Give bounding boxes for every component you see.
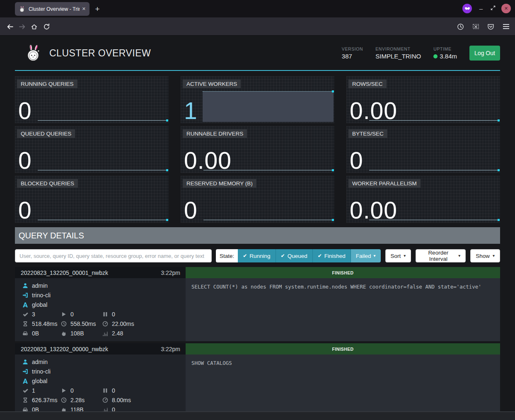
- tab-close-button[interactable]: ✕: [82, 6, 86, 12]
- cumulative-memory: 2.48: [112, 330, 123, 337]
- card-value: 0: [18, 198, 32, 223]
- hourglass-icon: [22, 321, 28, 327]
- browser-toolbar: https://localhost:8443/ui/ − 100% +: [0, 17, 515, 36]
- query-time: 3:22pm: [161, 346, 180, 352]
- card-rows-per-sec: ROWS/SEC 0.00: [346, 76, 500, 123]
- query-resource-group: global: [32, 378, 47, 384]
- reorder-interval-dropdown[interactable]: Reorder Interval ▾: [416, 249, 466, 262]
- current-memory: 0B: [32, 330, 39, 337]
- card-label: BLOCKED QUERIES: [17, 179, 78, 188]
- environment-block: ENVIRONMENT SIMPLE_TRINO: [375, 46, 421, 60]
- card-bytes-per-sec: BYTES/SEC 0: [346, 126, 500, 173]
- state-filter-group: State: ✔ Running ✔ Queued ✔ Finished Fa: [216, 249, 381, 262]
- close-icon: ✕: [504, 6, 508, 11]
- hdd-icon: [22, 330, 28, 336]
- history-button[interactable]: [456, 22, 464, 31]
- menu-button[interactable]: [502, 22, 510, 31]
- version-label: VERSION: [342, 46, 363, 51]
- sort-dropdown[interactable]: Sort ▾: [385, 249, 411, 262]
- query-sql-text: SHOW CATALOGS: [191, 360, 232, 366]
- gauge-icon: [102, 397, 108, 403]
- check-icon: ✔: [281, 253, 285, 259]
- wall-time: 518.48ms: [32, 320, 57, 327]
- gauge-icon: [102, 321, 108, 327]
- query-sql-text: SELECT COUNT(*) as nodes FROM system.run…: [191, 284, 481, 290]
- forward-button[interactable]: [18, 22, 26, 31]
- cpu-time: 8.00ms: [112, 397, 131, 403]
- query-id-link[interactable]: 20220823_132202_00000_nwbzk: [21, 346, 108, 352]
- cpu-time: 22.00ms: [112, 320, 134, 327]
- uptime-label: UPTIME: [433, 46, 457, 51]
- window-controls: – ✕: [462, 4, 511, 13]
- card-label: QUEUED QUERIES: [17, 129, 75, 138]
- query-time: 3:22pm: [161, 269, 180, 276]
- query-search-input[interactable]: [15, 249, 212, 262]
- app-header: CLUSTER OVERVIEW VERSION 387 ENVIRONMENT…: [15, 36, 500, 71]
- pocket-button[interactable]: [486, 22, 495, 31]
- environment-value: SIMPLE_TRINO: [375, 53, 421, 60]
- query-details-title: QUERY DETAILS: [15, 227, 500, 244]
- completed-splits: 3: [32, 311, 35, 318]
- card-label: ACTIVE WORKERS: [183, 80, 241, 88]
- chevron-down-icon: ▾: [404, 254, 406, 258]
- chevron-down-icon: ▾: [458, 254, 460, 258]
- home-button[interactable]: [30, 22, 38, 31]
- source-icon: [22, 369, 28, 374]
- environment-label: ENVIRONMENT: [375, 46, 421, 51]
- query-meta-panel: admin trino-cli global 1 0 0 626.37ms 2.…: [15, 354, 186, 418]
- uptime-block: UPTIME 3.84m: [433, 46, 457, 60]
- back-button[interactable]: [6, 22, 14, 31]
- running-splits: 0: [70, 387, 74, 394]
- card-worker-parallelism: WORKER PARALLELISM 0.00: [346, 176, 500, 223]
- screenshot-button[interactable]: [471, 22, 480, 31]
- card-value: 0: [350, 148, 363, 173]
- play-icon: [61, 311, 67, 317]
- card-value: 0.00: [184, 148, 232, 173]
- restore-window-button[interactable]: [490, 5, 496, 12]
- version-value: 387: [342, 53, 363, 60]
- card-value: 0: [18, 148, 32, 173]
- logout-button[interactable]: Log Out: [469, 46, 500, 61]
- sparkline: [38, 220, 168, 220]
- query-resource-group: global: [32, 301, 47, 308]
- queued-splits: 0: [112, 387, 115, 394]
- state-finished-button[interactable]: ✔ Finished: [312, 249, 351, 262]
- check-icon: [22, 311, 28, 317]
- close-window-button[interactable]: ✕: [501, 4, 511, 13]
- new-tab-button[interactable]: +: [92, 4, 103, 15]
- private-browsing-icon: [462, 4, 472, 13]
- query-sql-panel: SHOW CATALOGS: [186, 354, 500, 418]
- state-failed-dropdown[interactable]: Failed ▾: [351, 249, 381, 262]
- card-value: 0: [18, 98, 32, 123]
- query-status-bar: FINISHED: [186, 267, 500, 278]
- sparkline: [203, 91, 334, 122]
- card-queued-queries: QUEUED QUERIES 0: [15, 126, 169, 173]
- sparkline: [38, 170, 168, 170]
- reload-button[interactable]: [42, 22, 51, 31]
- clock-icon: [61, 321, 67, 327]
- query-meta-panel: admin trino-cli global 3 0 0 518.48ms 55…: [15, 278, 186, 341]
- card-running-queries: RUNNING QUERIES 0: [15, 76, 169, 123]
- cluster-info: VERSION 387 ENVIRONMENT SIMPLE_TRINO UPT…: [342, 46, 457, 60]
- minimize-window-button[interactable]: –: [477, 5, 485, 12]
- state-queued-button[interactable]: ✔ Queued: [276, 249, 312, 262]
- state-label: State:: [216, 249, 238, 262]
- sparkline: [38, 120, 168, 121]
- show-dropdown[interactable]: Show ▾: [470, 249, 500, 262]
- query-id-link[interactable]: 20220823_132205_00001_nwbzk: [21, 269, 108, 276]
- card-blocked-queries: BLOCKED QUERIES 0: [15, 176, 169, 223]
- uptime-value: 3.84m: [440, 53, 457, 60]
- completed-splits: 1: [32, 387, 35, 394]
- state-running-button[interactable]: ✔ Running: [238, 249, 275, 262]
- card-label: WORKER PARALLELISM: [348, 179, 421, 188]
- chevron-down-icon: ▾: [374, 254, 376, 258]
- query-details-section: QUERY DETAILS State: ✔ Running ✔ Queued …: [15, 227, 500, 418]
- card-label: RESERVED MEMORY (B): [183, 179, 256, 188]
- card-active-workers: ACTIVE WORKERS 1: [181, 76, 334, 123]
- browser-tab[interactable]: Cluster Overview - Trino ✕: [15, 2, 89, 16]
- status-dot-icon: [433, 54, 438, 58]
- query-status-bar: FINISHED: [186, 343, 500, 354]
- chevron-down-icon: ▾: [493, 254, 495, 258]
- sparkline: [369, 170, 499, 170]
- card-label: ROWS/SEC: [348, 80, 387, 88]
